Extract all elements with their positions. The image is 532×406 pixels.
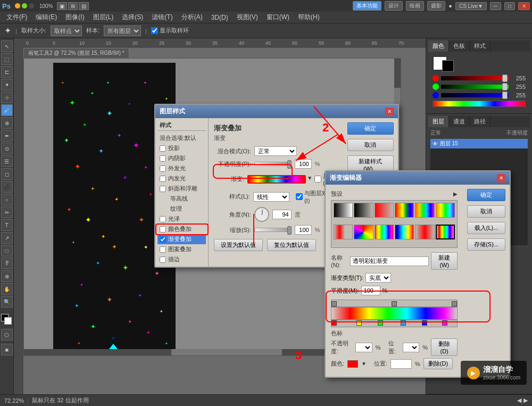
color-stop-3[interactable] (378, 320, 383, 326)
style-item-gradient-overlay[interactable]: 渐变叠加 (157, 234, 206, 244)
red-slider-track[interactable] (441, 76, 509, 80)
gradient-new-btn[interactable]: 新建(W) (431, 252, 458, 270)
tool-shape[interactable]: □ (1, 245, 13, 256)
tool-history[interactable]: ☰ (1, 155, 13, 167)
status-arrow-right[interactable]: ▶ (523, 397, 528, 404)
style-select[interactable]: 线性 (253, 192, 289, 202)
preset-trans-red[interactable] (334, 225, 353, 239)
workspace-draw-btn[interactable]: 绘画 (406, 1, 424, 11)
ok-btn[interactable]: 确定 (347, 122, 394, 135)
blue-slider-thumb[interactable] (502, 92, 508, 99)
style-item-satin[interactable]: 光泽 (157, 214, 206, 224)
style-item-inner-shadow[interactable]: 内阴影 (157, 153, 206, 163)
gradient-dropdown-btn[interactable]: ▼ (307, 175, 312, 181)
tool-eraser[interactable]: ◻ (1, 168, 13, 180)
menu-view[interactable]: 视图(V) (232, 12, 262, 23)
gradient-picker[interactable]: ▼ (247, 175, 306, 184)
presets-grid[interactable] (331, 200, 458, 248)
opacity-slider[interactable] (254, 162, 292, 166)
green-value[interactable]: 255 (511, 84, 526, 90)
blue-value[interactable]: 255 (511, 92, 526, 98)
menu-help[interactable]: 帮助(H) (294, 12, 324, 23)
scale-input[interactable] (295, 225, 312, 235)
ge-save-btn[interactable]: 存储(S)... (467, 238, 505, 251)
preset-full-spectrum[interactable] (375, 225, 394, 239)
opacity-slider-thumb[interactable] (287, 160, 292, 169)
layer-item-active[interactable]: 👁 图层 15 (430, 139, 528, 148)
align-checkbox[interactable] (296, 193, 303, 200)
background-swatch[interactable] (442, 60, 454, 72)
tool-path-select[interactable]: ↗ (1, 232, 13, 244)
style-item-contour[interactable]: 等高线 (157, 194, 206, 204)
workspace-basic-btn[interactable]: 基本功能 (353, 1, 381, 11)
color-spectrum[interactable] (433, 101, 526, 107)
tab-styles[interactable]: 样式 (470, 40, 491, 52)
set-default-btn[interactable]: 设置为默认值 (214, 239, 263, 251)
menu-analysis[interactable]: 分析(A) (177, 12, 207, 23)
style-item-shadow[interactable]: 投影 (157, 143, 206, 153)
presets-menu-btn[interactable]: ▶ (453, 191, 458, 197)
gradient-type-select[interactable]: 实底 (365, 273, 391, 283)
tool-pen[interactable]: ✏ (1, 206, 13, 218)
style-item-pattern-overlay[interactable]: 图案叠加 (157, 244, 206, 254)
color-stop-6[interactable] (442, 320, 447, 326)
style-item-bevel[interactable]: 斜面和浮雕 (157, 184, 206, 194)
preset-warm[interactable] (436, 203, 455, 218)
blend-mode-select[interactable]: 正常 (254, 146, 297, 156)
close-btn[interactable]: ✕ (518, 2, 530, 10)
smoothness-input[interactable] (361, 286, 380, 295)
tool-screen-mode[interactable]: ▣ (1, 344, 13, 355)
cs-live-btn[interactable]: CS Live▼ (455, 2, 487, 10)
menu-image[interactable]: 图像(I) (61, 12, 88, 23)
color-stop-2[interactable] (356, 320, 362, 326)
style-item-texture[interactable]: 纹理 (157, 204, 206, 214)
angle-knob[interactable] (254, 207, 269, 222)
gradient-name-input[interactable] (350, 256, 429, 266)
color-stop-5[interactable] (422, 320, 427, 326)
tool-hand[interactable]: ✋ (1, 283, 13, 295)
tab-channels[interactable]: 通道 (449, 116, 470, 127)
tool-move[interactable]: ↖ (1, 40, 13, 52)
menu-3d[interactable]: 3D(D) (207, 13, 232, 22)
workspace-design-btn[interactable]: 设计 (385, 1, 403, 11)
tool-view[interactable]: ⊕ (1, 270, 13, 282)
style-item-inner-glow[interactable]: 内发光 (157, 173, 206, 184)
preset-fade-red[interactable] (415, 225, 434, 239)
menu-layer[interactable]: 图层(L) (89, 12, 118, 23)
preset-red-trans[interactable] (375, 203, 394, 218)
scale-slider-thumb[interactable] (287, 226, 292, 235)
color-stop-4[interactable] (401, 320, 406, 326)
stop-delete-btn[interactable]: 删除(D) (431, 338, 458, 356)
stop-color-preview[interactable] (347, 360, 358, 368)
green-slider-thumb[interactable] (502, 83, 508, 90)
red-value[interactable]: 255 (511, 75, 526, 81)
opacity-stop-1[interactable] (331, 301, 337, 306)
reset-default-btn[interactable]: 复位为默认值 (267, 239, 316, 251)
menu-file[interactable]: 文件(F) (2, 12, 31, 23)
tool-crop[interactable]: ⊹ (1, 92, 13, 103)
style-item-stroke[interactable]: 描边 (157, 254, 206, 264)
opacity-input[interactable] (295, 159, 312, 169)
menu-window[interactable]: 窗口(W) (262, 12, 294, 23)
layer-style-close-btn[interactable]: ✕ (385, 107, 394, 116)
stop-position2-input[interactable] (390, 359, 412, 369)
tab-swatches[interactable]: 色板 (449, 40, 470, 52)
tab-layers[interactable]: 图层 (428, 116, 449, 127)
ge-ok-btn[interactable]: 确定 (467, 189, 505, 201)
preset-black-trans[interactable] (354, 203, 373, 218)
stop-position-select[interactable] (403, 343, 419, 352)
sample-size-select[interactable]: 取样点 (51, 26, 82, 36)
tool-heal[interactable]: ⊕ (1, 117, 13, 129)
ge-load-btn[interactable]: 载入(L)... (467, 222, 505, 234)
preset-bw[interactable] (334, 203, 353, 218)
tool-lasso[interactable]: ⊏ (1, 66, 13, 78)
opacity-stop-3[interactable] (452, 301, 457, 306)
tool-brush[interactable]: ✒ (1, 130, 13, 142)
angle-input[interactable] (272, 210, 292, 219)
blue-slider-track[interactable] (441, 93, 509, 97)
tool-selection[interactable]: ⬚ (1, 53, 13, 65)
gradient-bar[interactable] (247, 175, 306, 184)
tool-icon[interactable]: ✦ (4, 26, 11, 36)
style-item-color-overlay[interactable]: 颜色叠加 (157, 224, 206, 234)
color-stops-bar[interactable] (331, 320, 458, 327)
